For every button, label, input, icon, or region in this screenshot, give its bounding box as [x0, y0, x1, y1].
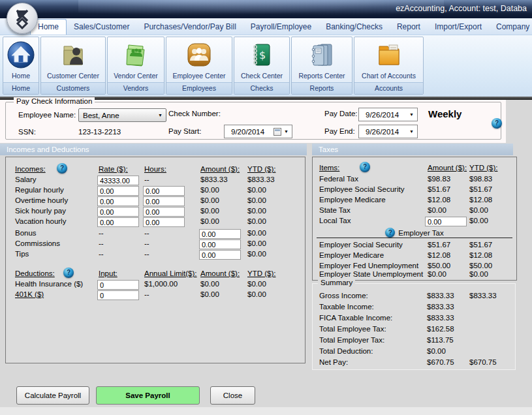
salary-rate-input[interactable] [97, 176, 139, 185]
row-ytd: $0.00 [247, 229, 266, 237]
tab-import-export[interactable]: Import/Export [428, 20, 489, 35]
taxes-header-row: Items: Amount ($): YTD ($): [313, 164, 516, 174]
summary-title: Summary [318, 279, 355, 286]
employee-name-dropdown[interactable]: Best, Anne ▼ [78, 108, 166, 122]
row-label: Gross Income: [319, 292, 368, 300]
toolbar-customer-center[interactable]: Customer Center Customers [40, 37, 106, 95]
employer-tax-help-icon[interactable] [385, 228, 395, 238]
app-menu-button[interactable] [7, 3, 38, 34]
row-label: Vacation hourly [15, 217, 66, 225]
income-row-tips: Tips -- -- $0.00 [6, 250, 305, 260]
calculate-payroll-button[interactable]: Calculate Payroll [16, 386, 89, 405]
ytd-column-header: YTD ($): [469, 164, 497, 172]
deductions-help-icon[interactable] [63, 268, 74, 278]
accounts-folder-icon [373, 38, 405, 71]
regular-hourly-rate-input[interactable] [97, 186, 139, 196]
overtime-hourly-rate-input[interactable] [97, 196, 139, 206]
reports-binders-icon [306, 38, 337, 71]
tab-purchases-vendor-pay-bill[interactable]: Purchases/Vendor/Pay Bill [136, 20, 243, 35]
row-amount: $0.00 [428, 270, 446, 278]
tab-sales-customer[interactable]: Sales/Customer [67, 20, 136, 35]
row-rate: -- [99, 229, 104, 237]
incomes-panel: Incomes: Rate ($): Hours: Amount ($): YT… [5, 157, 305, 363]
row-label: Local Tax [319, 217, 351, 224]
toolbar-customer-title: Customer Center [47, 71, 99, 81]
row-label: FICA Taxable Income: [319, 314, 392, 322]
toolbar-employee-center[interactable]: Employee Center Employees [166, 37, 232, 95]
row-value: $113.75 [427, 336, 454, 344]
incomes-section-header: Incomes and Deductions [0, 144, 307, 155]
pay-date-label: Pay Date: [324, 110, 358, 117]
row-amount: $50.00 [428, 262, 450, 269]
row-limit: -- [144, 290, 149, 298]
regular-hourly-hours-input[interactable] [143, 186, 185, 196]
pay-date-dropdown[interactable]: 9/26/2014 ▼ [358, 108, 418, 121]
tax-row-federal: Federal Tax $98.83 $98.83 [313, 175, 516, 185]
pay-end-value: 9/26/2014 [366, 128, 399, 136]
commissions-amount-input[interactable] [199, 239, 241, 249]
tab-company[interactable]: Company [489, 20, 532, 35]
employee-name-label: Employee Name: [18, 111, 76, 119]
pay-end-dropdown[interactable]: 9/26/2014 ▼ [358, 125, 418, 138]
row-label: Total Employee Tax: [319, 325, 386, 333]
chevron-down-icon: ▼ [155, 109, 166, 121]
toolbar-chart-of-accounts[interactable]: Chart of Accounts Accounts [354, 37, 424, 95]
ytd-column-header: YTD ($): [247, 165, 275, 173]
vendor-folder-icon [120, 38, 151, 71]
hours-column-header: Hours: [144, 165, 166, 173]
paycheck-help-icon[interactable] [492, 118, 502, 129]
save-payroll-button[interactable]: Save Payroll [96, 386, 200, 405]
health-insurance-input[interactable] [97, 280, 139, 290]
pay-start-label: Pay Start: [168, 127, 202, 135]
row-amount: $0.00 [200, 196, 219, 204]
row-value: $670.75 [427, 358, 454, 366]
k401-input[interactable] [97, 290, 139, 300]
row-label: Total Employer Tax: [319, 336, 384, 344]
sick-hourly-rate-input[interactable] [97, 207, 139, 217]
toolbar-vendor-center[interactable]: Vendor Center Vendors [107, 37, 164, 95]
tab-payroll-employee[interactable]: Payroll/Employee [243, 20, 319, 35]
row-label: Total Deduction: [319, 347, 373, 355]
row-label: Health Insurance ($) [15, 280, 83, 288]
toolbar-check-center[interactable]: $ Check Center Checks [234, 37, 290, 95]
income-row-commissions: Commissions -- -- $0.00 [6, 239, 305, 250]
summary-row-taxable-income: Taxable Income: $833.33 [313, 303, 515, 313]
taxes-help-icon[interactable] [360, 162, 370, 172]
paycheck-group-title: Pay Check Information [14, 97, 95, 105]
tax-row-employer-social-security: Employer Social Security $51.67 $51.67 [313, 241, 516, 251]
deductions-column-header: Deductions: [15, 269, 55, 277]
tax-row-employee-social-security: Employee Social Security $51.67 $51.67 [313, 185, 516, 196]
summary-row-fica-taxable-income: FICA Taxable Income: $833.33 [313, 314, 515, 324]
toolbar-customer-subtitle: Customers [41, 82, 105, 94]
toolbar-reports-center[interactable]: Reports Center Reports [291, 37, 352, 95]
income-row-overtime-hourly: Overtime hourly $0.00 $0.00 [6, 196, 305, 207]
row-hours: -- [144, 229, 149, 237]
sick-hourly-hours-input[interactable] [143, 207, 185, 217]
row-amount: $0.00 [428, 206, 446, 214]
deduction-row-health-insurance: Health Insurance ($) $1,000.00 $0.00 $0.… [6, 280, 305, 290]
vacation-hourly-rate-input[interactable] [97, 217, 139, 227]
summary-row-total-employee-tax: Total Employee Tax: $162.58 [313, 325, 515, 335]
k401-link[interactable]: 401K ($) [15, 290, 44, 298]
toolbar-home-title: Home [12, 71, 30, 81]
bonus-amount-input[interactable] [199, 229, 241, 239]
row-ytd: $98.83 [469, 175, 492, 183]
incomes-help-icon[interactable] [57, 163, 67, 174]
income-row-bonus: Bonus -- -- $0.00 [6, 229, 305, 239]
row-limit: $1,000.00 [144, 280, 178, 288]
tips-amount-input[interactable] [199, 250, 241, 260]
amount-column-header: Amount ($): [200, 269, 240, 277]
row-ytd: $0.00 [247, 280, 266, 288]
pay-start-datepicker[interactable]: 9/20/2014 ▼ [224, 125, 292, 138]
row-amount: $51.67 [428, 241, 450, 249]
tab-report[interactable]: Report [390, 20, 428, 35]
toolbar-home[interactable]: Home Home [3, 37, 39, 95]
close-button[interactable]: Close [210, 386, 255, 405]
vacation-hourly-hours-input[interactable] [143, 217, 185, 227]
overtime-hourly-hours-input[interactable] [143, 196, 185, 206]
toolbar-home-subtitle: Home [3, 82, 39, 94]
tab-banking-checks[interactable]: Banking/Checks [319, 20, 390, 35]
toolbar-reports-title: Reports Center [298, 71, 345, 81]
local-tax-input[interactable] [425, 217, 467, 226]
row-label: Net Pay: [319, 358, 348, 366]
